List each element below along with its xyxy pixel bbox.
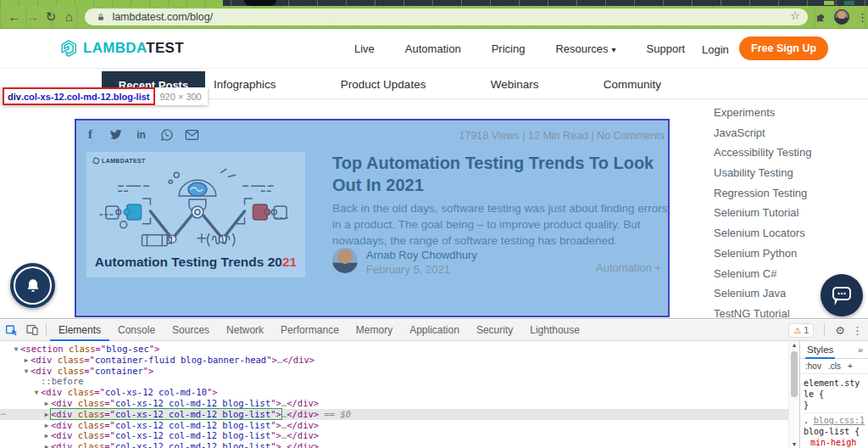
site-header: LAMBDATEST LiveAutomationPricingResource… [0,29,868,69]
dom-node-div-col-xs-12-col-md-10[interactable]: ▼<div class="col-xs-12 col-md-10"> [0,387,788,398]
expand-arrow-closed[interactable]: ▶ [42,442,51,448]
sidebar-link-selenium-python[interactable]: Selenium Python [714,244,866,264]
styles-filter-[interactable]: + [848,361,853,371]
post-title[interactable]: Top Automation Testing Trends To Look Ou… [332,152,666,196]
notification-bell-button[interactable] [10,263,55,308]
devtools-tab-sources[interactable]: Sources [164,320,218,341]
css-rule-element-style[interactable]: element.style {} [804,376,865,413]
devtools-tab-network[interactable]: Network [218,320,272,341]
blog-nav-infographics[interactable]: Infographics [214,78,276,91]
dom-node-section-blog-sec[interactable]: ▼<section class="blog-sec"> [0,344,788,355]
thumbnail-brand-text: LAMBDATEST [102,158,146,164]
devtools-menu-icon[interactable]: ⋮ [852,324,863,337]
tooltip-dimensions: 920 × 300 [160,92,202,102]
devtools-tab-memory[interactable]: Memory [348,320,401,341]
reload-button[interactable]: ↻ [42,8,60,25]
dom-node-div-col-xs-12-col-md-12-blog-list[interactable]: ▶<div class="col-xs-12 col-md-12 blog-li… [0,398,788,409]
twitter-icon[interactable] [108,127,123,142]
devtools-tab-application[interactable]: Application [401,320,468,341]
warning-count: 1 [804,325,809,335]
linkedin-icon[interactable]: in [134,127,148,142]
chat-widget-button[interactable] [821,274,863,316]
bookmark-star-icon[interactable]: ☆ [790,9,800,22]
logo-hexagon-icon [59,39,78,58]
facebook-icon[interactable]: f [83,127,97,142]
sidebar-link-experiments[interactable]: Experiments [714,103,866,123]
lock-icon [97,13,105,22]
url-text: lambdatest.com/blog/ [112,11,213,23]
scroll-up-icon[interactable]: ▲ [789,342,799,348]
blog-nav-items: InfographicsProduct UpdatesWebinarsCommu… [214,69,661,99]
post-thumbnail[interactable]: LAMBDATEST [86,152,305,277]
back-button[interactable]: ← [5,8,24,25]
dom-tree-scrollbar[interactable]: ▲ ▼ [788,341,799,448]
browser-tab-strip [0,0,868,6]
tab-strip-decor [824,1,834,5]
scrollbar-thumb[interactable] [791,351,798,397]
devtools-settings-icon[interactable]: ⚙ [835,324,845,337]
nav-item-support[interactable]: Support [647,42,686,55]
devtools-tab-console[interactable]: Console [109,320,164,341]
tab-styles[interactable]: Styles [805,341,835,359]
nav-item-pricing[interactable]: Pricing [492,42,526,55]
nav-item-automation[interactable]: Automation [405,42,461,55]
blog-nav-product-updates[interactable]: Product Updates [341,78,426,91]
address-bar[interactable]: lambdatest.com/blog/ ☆ [85,8,808,25]
devtools-tab-performance[interactable]: Performance [272,320,348,341]
forward-button[interactable]: → [24,8,42,25]
sidebar-link-regression-testing[interactable]: Regression Testing [714,183,866,204]
tooltip-selector: div.col-xs-12.col-md-12.blog-list [3,87,155,105]
bell-ring [14,266,52,305]
post-category-tag[interactable]: Automation + [596,261,661,274]
blog-nav-community[interactable]: Community [604,78,661,91]
dom-node-pseudo[interactable]: ::before [0,376,788,387]
email-icon[interactable] [185,127,199,142]
home-button[interactable]: ⌂ [60,8,79,25]
more-tabs-icon[interactable]: » [858,344,863,355]
thumbnail-illustration [95,164,297,252]
extensions-icon[interactable] [815,11,826,23]
inspect-element-icon[interactable] [2,320,22,340]
lambdatest-logo[interactable]: LAMBDATEST [59,39,184,58]
devtools-tab-security[interactable]: Security [468,320,521,341]
styles-filter-cls[interactable]: .cls [828,361,841,371]
chat-bubble-icon [831,285,853,305]
device-toolbar-icon[interactable] [22,320,42,340]
post-meta-stats: 17918 Views | 12 Min Read | No Comments [459,130,665,142]
css-property-name[interactable]: min-height [810,438,856,448]
sidebar-link-accessibility-testing[interactable]: Accessibility Testing [714,143,866,163]
css-source-link[interactable]: blog.css:1 [814,415,865,426]
blog-nav-webinars[interactable]: Webinars [491,78,539,91]
sidebar-link-selenium-locators[interactable]: Selenium Locators [714,223,866,244]
profile-avatar[interactable] [834,9,849,25]
styles-filter-bar: :hov.cls+ [800,359,868,374]
devtools-tab-elements[interactable]: Elements [50,320,109,341]
blog-post-card-highlighted[interactable]: f in 17918 Views | 12 Min Read | No Comm… [75,119,670,317]
dom-node-div-col-xs-12-col-md-12-blog-list[interactable]: ⋯▶<div class="col-xs-12 col-md-12 blog-l… [0,409,788,420]
free-sign-up-button[interactable]: Free Sign Up [739,36,828,60]
css-rule-blog-list[interactable]: blog.css:1.blog-list {min-height: 300px; [804,413,865,448]
logo-text-test: TEST [146,40,184,56]
dom-node-div-col-xs-12-col-md-12-blog-list[interactable]: ▶<div class="col-xs-12 col-md-12 blog-li… [0,441,788,448]
tab-strip-decor [844,1,854,5]
console-warning-badge[interactable]: ⚠ 1 [788,323,814,338]
scroll-down-icon[interactable]: ▼ [789,441,799,447]
browser-menu-icon[interactable]: ⋮ [857,11,868,24]
styles-filter-hov[interactable]: :hov [805,361,821,371]
dom-node-div-container[interactable]: ▼<div class="container"> [0,366,788,377]
dom-node-div-container-fluid-blog-banner-head[interactable]: ▶<div class="container-fluid blog-banner… [0,355,788,366]
devtools-tab-lighthouse[interactable]: Lighthouse [521,320,588,341]
sidebar-link-selenium-tutorial[interactable]: Selenium Tutorial [714,203,866,223]
browser-tab[interactable] [244,0,276,6]
chevron-down-icon: ▾ [612,45,616,54]
login-link[interactable]: Login [702,43,729,56]
sidebar-link-usability-testing[interactable]: Usability Testing [714,163,866,183]
tooltip-selector-tag: div [8,92,21,102]
nav-item-live[interactable]: Live [354,42,375,55]
nav-item-resources[interactable]: Resources▾ [555,42,615,55]
dom-node-div-col-xs-12-col-md-12-blog-list[interactable]: ▶<div class="col-xs-12 col-md-12 blog-li… [0,420,788,431]
author-name[interactable]: Arnab Roy Chowdhury [366,249,477,261]
dom-node-div-col-xs-12-col-md-12-blog-list[interactable]: ▶<div class="col-xs-12 col-md-12 blog-li… [0,430,788,441]
sidebar-link-javascript[interactable]: JavaScript [714,123,866,143]
whatsapp-icon[interactable] [159,127,174,142]
